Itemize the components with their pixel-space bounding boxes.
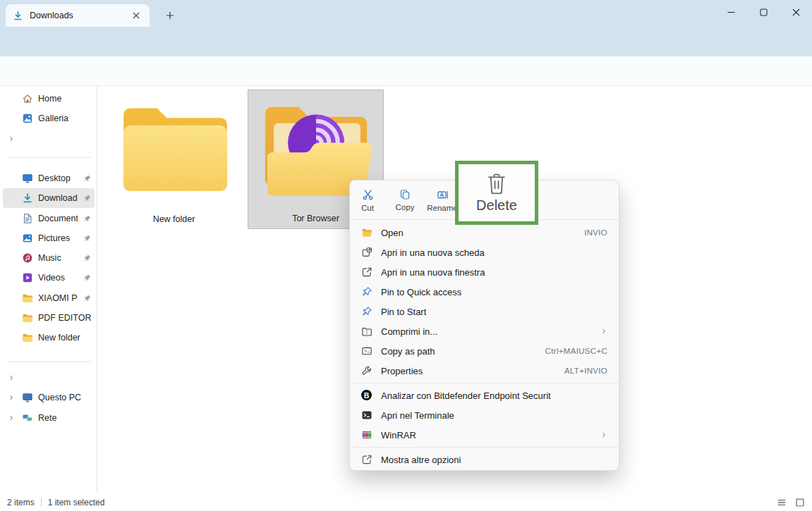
menu-item-winrar[interactable]: WinRAR <box>353 425 616 445</box>
quick-copy-button[interactable]: Copy <box>387 185 423 216</box>
sidebar-item-network[interactable]: Rete <box>3 408 95 428</box>
quick-action-label: Cut <box>361 204 374 212</box>
folder-large-icon <box>115 98 234 202</box>
menu-item-label: Pin to Quick access <box>381 287 461 297</box>
menu-item-label: WinRAR <box>381 430 416 441</box>
command-toolbar: New Ordina <box>0 56 812 86</box>
menu-item-show-more-options[interactable]: Mostra altre opzioni <box>353 450 616 469</box>
open-new-tab-icon <box>361 247 372 258</box>
file-explorer-window: Downloads <box>0 0 812 511</box>
sidebar-item-documents[interactable]: Documents <box>3 209 95 228</box>
sidebar-item-label: Downloads <box>38 193 78 203</box>
quick-cut-button[interactable]: Cut <box>350 185 385 216</box>
submenu-chevron-icon <box>600 328 607 335</box>
menu-shortcut: INVIO <box>584 228 607 237</box>
folder-icon <box>22 293 33 304</box>
chevron-right-icon[interactable] <box>6 133 17 144</box>
close-tab-icon[interactable] <box>130 9 143 22</box>
rename-icon <box>437 189 449 201</box>
sidebar-item-label: Documents <box>38 214 78 223</box>
menu-item-bitdefender-scan[interactable]: B Analizar con Bitdefender Endpoint Secu… <box>353 386 616 405</box>
minimize-button[interactable] <box>715 0 747 24</box>
sidebar-item-label: PDF EDITOR <box>38 313 92 323</box>
menu-item-open-new-tab[interactable]: Apri in una nuova scheda <box>353 242 616 262</box>
pin-icon <box>361 286 372 297</box>
selection-count: 1 item selected <box>48 498 105 507</box>
menu-item-copy-as-path[interactable]: Copy as path Ctrl+MAIUSC+C <box>353 341 616 361</box>
sidebar-item-home[interactable]: Home <box>3 89 95 109</box>
winrar-icon <box>361 429 372 441</box>
file-tile-new-folder[interactable]: New folder <box>113 90 235 229</box>
sidebar-item-music[interactable]: Music <box>3 248 95 268</box>
status-bar: 2 items 1 item selected <box>0 493 812 511</box>
sidebar-item-desktop[interactable]: Desktop <box>3 168 95 188</box>
bitdefender-icon: B <box>361 390 372 401</box>
tab-title: Downloads <box>30 11 73 20</box>
sidebar-item-label: Questo PC <box>38 393 92 402</box>
sidebar-item-label: XIAOMI POCO F <box>38 293 78 303</box>
submenu-chevron-icon <box>600 431 607 438</box>
menu-item-open-new-window[interactable]: Apri in una nuova finestra <box>353 262 616 282</box>
tab-bar: Downloads <box>0 0 812 27</box>
menu-shortcut: Ctrl+MAIUSC+C <box>545 347 607 355</box>
menu-item-properties[interactable]: Properties ALT+INVIO <box>353 361 616 381</box>
menu-item-compress[interactable]: Comprimi in... <box>353 321 616 341</box>
menu-item-open[interactable]: Open INVIO <box>353 223 616 242</box>
menu-item-label: Apri in una nuova scheda <box>381 247 485 258</box>
gallery-icon <box>22 113 33 124</box>
sidebar-item-label: Pictures <box>38 233 78 243</box>
pin-icon <box>83 294 92 303</box>
sidebar-expand-group[interactable] <box>3 368 95 388</box>
sidebar-item-pdf-editor[interactable]: PDF EDITOR <box>3 308 95 328</box>
terminal-icon <box>361 410 372 421</box>
quick-action-label: Copy <box>396 203 415 211</box>
menu-shortcut: ALT+INVIO <box>564 367 607 375</box>
sidebar-section-divider <box>7 157 90 158</box>
new-tab-button[interactable] <box>159 5 181 26</box>
copy-icon <box>399 189 411 200</box>
folder-open-icon <box>361 227 372 238</box>
thumbnail-view-toggle[interactable] <box>795 498 805 507</box>
sidebar-expand-onedrive[interactable] <box>3 129 95 149</box>
computer-icon <box>22 392 33 403</box>
maximize-button[interactable] <box>747 0 780 24</box>
sidebar-item-gallery[interactable]: Galleria <box>3 109 95 128</box>
menu-item-pin-quick-access[interactable]: Pin to Quick access <box>353 282 616 302</box>
tab-downloads[interactable]: Downloads <box>6 4 150 27</box>
window-controls <box>715 0 812 24</box>
sidebar-item-label: Home <box>38 94 92 104</box>
chevron-right-icon[interactable] <box>6 372 17 383</box>
network-icon <box>22 412 33 424</box>
chevron-right-icon[interactable] <box>6 392 17 403</box>
sidebar-item-xiaomi-poco[interactable]: XIAOMI POCO F <box>3 288 95 308</box>
file-name: Tor Browser <box>292 214 339 223</box>
music-icon <box>22 252 33 264</box>
cut-icon <box>362 189 374 201</box>
folder-icon <box>22 312 33 324</box>
compress-icon <box>361 326 372 337</box>
menu-item-label: Pin to Start <box>381 307 426 317</box>
sidebar-item-downloads[interactable]: Downloads <box>3 188 95 208</box>
status-separator <box>41 498 42 507</box>
sidebar-item-videos[interactable]: Videos <box>3 268 95 288</box>
menu-item-label: Apri in una nuova finestra <box>381 267 485 278</box>
menu-item-label: Comprimi in... <box>381 326 437 337</box>
menu-item-open-in-terminal[interactable]: Apri nel Terminale <box>353 405 616 425</box>
menu-item-label: Open <box>381 228 404 238</box>
delete-highlight-label: Delete <box>476 197 517 214</box>
menu-item-pin-to-start[interactable]: Pin to Start <box>353 302 616 321</box>
list-view-toggle[interactable] <box>777 498 787 507</box>
menu-separator <box>351 447 618 448</box>
chevron-right-icon[interactable] <box>6 412 17 424</box>
delete-highlight-annotation[interactable]: Delete <box>455 161 538 225</box>
pin-icon <box>83 234 92 243</box>
sidebar-item-new-folder[interactable]: New folder <box>3 328 95 347</box>
menu-item-label: Properties <box>381 366 423 376</box>
sidebar-item-pictures[interactable]: Pictures <box>3 228 95 248</box>
sidebar-section-divider <box>7 362 90 362</box>
menu-separator <box>351 383 618 383</box>
desktop-icon <box>22 173 33 184</box>
sidebar-item-this-pc[interactable]: Questo PC <box>3 388 95 407</box>
pin-icon <box>83 273 92 283</box>
close-window-button[interactable] <box>780 0 812 24</box>
